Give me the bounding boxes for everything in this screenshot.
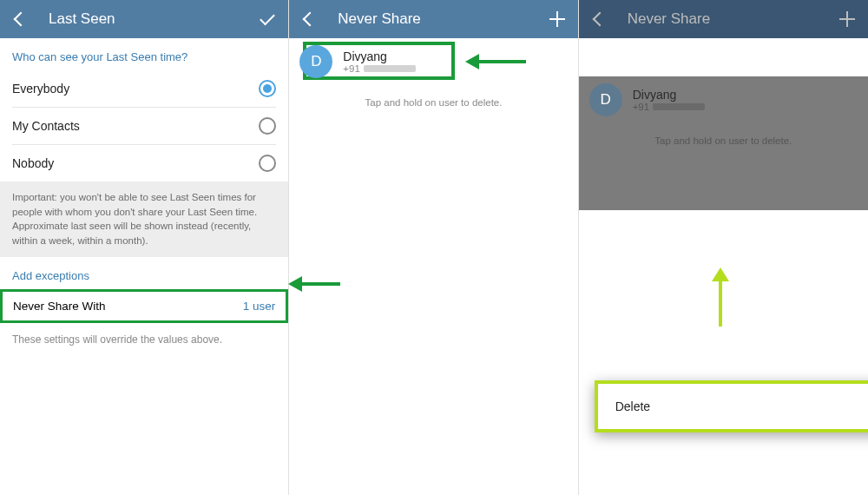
never-share-with-row[interactable]: Never Share With 1 user bbox=[0, 289, 288, 323]
contact-info: Divyang +91 bbox=[633, 88, 706, 112]
header-title: Never Share bbox=[628, 10, 837, 28]
radio-icon[interactable] bbox=[259, 117, 276, 135]
phone-prefix: +91 bbox=[343, 63, 360, 74]
redacted-number bbox=[653, 103, 705, 110]
header-never-share-dim: Never Share bbox=[579, 0, 868, 38]
header-title: Never Share bbox=[338, 10, 546, 28]
option-label: Everybody bbox=[12, 82, 69, 96]
header-last-seen: Last Seen bbox=[0, 0, 288, 38]
delete-popup[interactable]: Delete bbox=[595, 380, 868, 432]
add-icon[interactable] bbox=[837, 9, 858, 30]
contact-phone: +91 bbox=[633, 102, 706, 112]
header-never-share: Never Share bbox=[289, 0, 577, 38]
option-nobody[interactable]: Nobody bbox=[0, 145, 288, 182]
never-share-label: Never Share With bbox=[13, 300, 106, 313]
option-everybody[interactable]: Everybody bbox=[0, 70, 288, 107]
radio-icon[interactable] bbox=[259, 155, 276, 172]
panel-never-share: Never Share D Divyang +91 Tap and hold o… bbox=[289, 0, 578, 495]
three-panel-layout: Last Seen Who can see your Last Seen tim… bbox=[0, 0, 868, 495]
section-who-can-see: Who can see your Last Seen time? bbox=[0, 38, 288, 70]
tap-hold-hint: Tap and hold on user to delete. bbox=[289, 85, 577, 120]
panel-never-share-delete: Never Share D Divyang +91 Tap and hold o… bbox=[579, 0, 868, 495]
option-label: My Contacts bbox=[12, 119, 80, 133]
footer-note: These settings will override the values … bbox=[0, 323, 288, 356]
back-icon[interactable] bbox=[299, 9, 320, 30]
phone-prefix: +91 bbox=[633, 102, 650, 112]
section-add-exceptions: Add exceptions bbox=[0, 257, 288, 289]
avatar: D bbox=[589, 83, 622, 116]
contact-info: Divyang +91 bbox=[343, 50, 416, 74]
info-note: Important: you won't be able to see Last… bbox=[0, 182, 288, 257]
redacted-number bbox=[364, 65, 416, 72]
back-icon[interactable] bbox=[589, 9, 610, 30]
add-icon[interactable] bbox=[547, 9, 568, 30]
option-my-contacts[interactable]: My Contacts bbox=[0, 108, 288, 144]
tap-hold-hint: Tap and hold on user to delete. bbox=[579, 123, 868, 158]
panel-last-seen: Last Seen Who can see your Last Seen tim… bbox=[0, 0, 289, 495]
avatar: D bbox=[299, 45, 332, 78]
contact-row-dim[interactable]: D Divyang +91 bbox=[579, 76, 868, 123]
contact-phone: +91 bbox=[343, 63, 416, 74]
confirm-check-icon[interactable] bbox=[257, 9, 278, 30]
contact-name: Divyang bbox=[343, 50, 416, 63]
radio-icon[interactable] bbox=[259, 80, 276, 97]
contact-row[interactable]: D Divyang +91 bbox=[289, 38, 577, 85]
never-share-count: 1 user bbox=[243, 300, 276, 313]
dim-overlay: D Divyang +91 Tap and hold on user to de… bbox=[579, 76, 868, 210]
contact-name: Divyang bbox=[633, 88, 706, 102]
option-label: Nobody bbox=[12, 156, 54, 170]
back-icon[interactable] bbox=[10, 9, 31, 30]
header-title: Last Seen bbox=[49, 10, 257, 28]
